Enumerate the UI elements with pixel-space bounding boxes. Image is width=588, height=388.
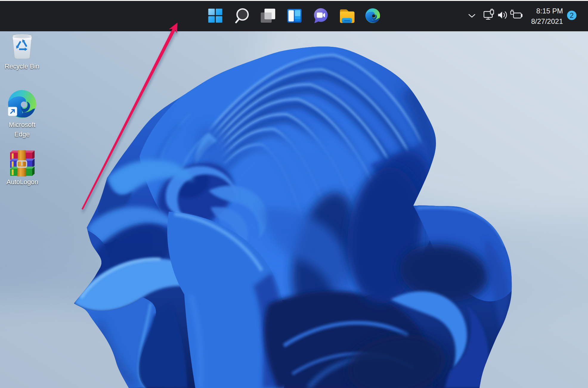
svg-text:8/27/2021: 8/27/2021	[531, 17, 563, 25]
svg-text:Recycle Bin: Recycle Bin	[5, 63, 39, 70]
svg-text:8:15 PM: 8:15 PM	[536, 7, 563, 15]
svg-text:AutoLogon: AutoLogon	[7, 178, 38, 186]
svg-text:2: 2	[570, 12, 574, 19]
svg-text:Microsoft: Microsoft	[9, 121, 35, 128]
svg-text:Edge: Edge	[14, 131, 30, 138]
